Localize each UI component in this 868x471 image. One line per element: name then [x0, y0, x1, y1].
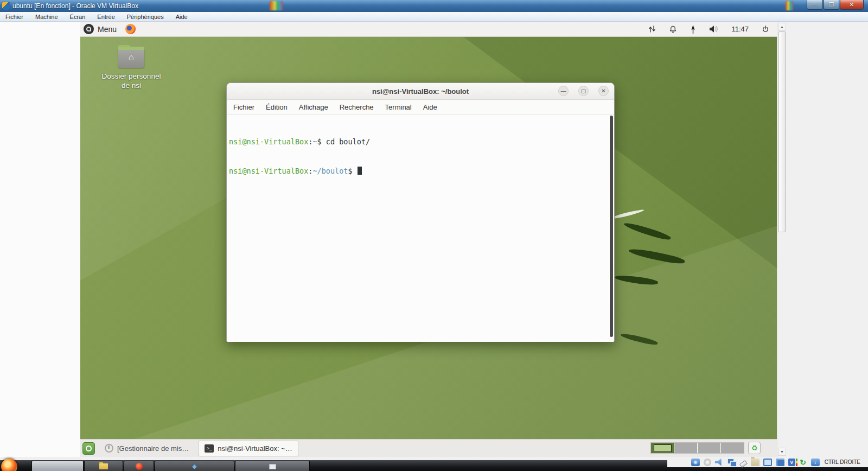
- terminal-menu-fichier[interactable]: Fichier: [233, 103, 254, 111]
- screen: ubuntu [En fonction] - Oracle VM Virtual…: [0, 0, 868, 471]
- host-taskbar-button-firefox[interactable]: [124, 461, 154, 471]
- host-maximize-button[interactable]: ❐: [824, 0, 839, 10]
- status-usb-icon[interactable]: [739, 460, 748, 467]
- mint-menu-button[interactable]: Menu: [80, 22, 122, 37]
- scroll-down-icon[interactable]: ▼: [778, 448, 786, 456]
- status-host-key-icon[interactable]: ↓: [811, 459, 820, 466]
- workspace-2[interactable]: [674, 443, 697, 453]
- guest-taskbar: [Gestionnaire de mis… >_ nsi@nsi-Virtual…: [80, 439, 777, 457]
- host-menu-fichier[interactable]: Fichier: [5, 14, 23, 20]
- menu-label: Menu: [98, 25, 117, 34]
- workspace-switcher: [650, 442, 744, 454]
- window-icon: [269, 464, 276, 469]
- host-menu-aide[interactable]: Aide: [176, 14, 188, 20]
- status-display-icon[interactable]: [763, 459, 772, 466]
- firefox-icon[interactable]: [125, 24, 136, 34]
- status-shared-folders-icon[interactable]: [751, 459, 760, 466]
- host-menu-entree[interactable]: Entrée: [97, 14, 114, 20]
- command-text: cd boulot/: [322, 137, 370, 146]
- sync-arrows-icon[interactable]: [648, 25, 656, 33]
- workspace-1[interactable]: [651, 443, 674, 453]
- terminal-title: nsi@nsi-VirtualBox: ~/boulot: [372, 87, 469, 96]
- host-titlebar[interactable]: ubuntu [En fonction] - Oracle VM Virtual…: [0, 0, 868, 12]
- terminal-window-controls: — ▢ ✕: [558, 86, 609, 96]
- prompt-path: ~/boulot: [312, 167, 348, 175]
- status-recording-icon[interactable]: [776, 459, 784, 466]
- host-firefox-orb-icon[interactable]: [1, 459, 17, 471]
- prompt-dollar: $: [317, 137, 322, 146]
- notifications-bell-icon[interactable]: [669, 25, 677, 34]
- host-taskbar-button[interactable]: [31, 461, 84, 471]
- status-audio-icon[interactable]: [715, 459, 724, 466]
- minimize-icon: —: [812, 2, 818, 8]
- host-menu-machine[interactable]: Machine: [35, 14, 58, 20]
- terminal-menubar: Fichier Édition Affichage Recherche Term…: [227, 100, 614, 114]
- terminal-menu-aide[interactable]: Aide: [423, 103, 437, 111]
- desktop-icon-home[interactable]: ⌂ Dossier personnel de nsi: [85, 48, 178, 91]
- terminal-close-button[interactable]: ✕: [598, 86, 609, 96]
- status-network-icon[interactable]: [727, 459, 736, 466]
- workspace-3[interactable]: [698, 443, 720, 453]
- minimize-icon: —: [561, 88, 566, 94]
- virtualbox-logo-icon: [2, 2, 10, 10]
- host-menu-ecran[interactable]: Écran: [70, 14, 86, 20]
- recycle-icon: ♻: [751, 444, 758, 452]
- terminal-content[interactable]: nsi@nsi-VirtualBox:~$ cd boulot/ nsi@nsi…: [227, 114, 614, 342]
- close-icon: ✕: [601, 88, 605, 94]
- features-v-glyph: V: [790, 460, 793, 465]
- terminal-menu-terminal[interactable]: Terminal: [385, 103, 412, 111]
- status-optical-disc-icon[interactable]: [704, 459, 711, 466]
- update-manager-icon: [105, 444, 113, 453]
- diamond-icon: ◆: [192, 463, 196, 470]
- host-taskbar-button-app[interactable]: ◆: [155, 461, 234, 471]
- terminal-window: nsi@nsi-VirtualBox: ~/boulot — ▢ ✕ Fichi…: [226, 82, 615, 342]
- wallpaper-grass-blade: [623, 220, 671, 241]
- features-stripe: [796, 459, 797, 466]
- wallpaper-grass-blade: [628, 246, 686, 266]
- taskbar-item-terminal[interactable]: >_ nsi@nsi-VirtualBox: ~…: [199, 441, 298, 456]
- volume-icon[interactable]: [709, 25, 718, 33]
- desktop-icon-label-line2: de nsi: [85, 81, 178, 91]
- terminal-maximize-button[interactable]: ▢: [578, 86, 589, 96]
- taskbar-item-update-manager[interactable]: [Gestionnaire de mis…: [99, 441, 194, 456]
- terminal-line-2: nsi@nsi-VirtualBox:~/boulot$: [229, 166, 614, 176]
- scroll-up-icon[interactable]: ▲: [778, 23, 786, 31]
- vm-client-area: Menu 11:47: [0, 22, 868, 457]
- terminal-menu-affichage[interactable]: Affichage: [299, 103, 328, 111]
- firefox-icon: [136, 463, 143, 470]
- terminal-icon: >_: [205, 444, 214, 453]
- workspace-4[interactable]: [721, 443, 744, 453]
- folder-icon: [99, 463, 108, 469]
- status-mouse-integration-icon[interactable]: ↻: [799, 459, 807, 466]
- host-taskbar-button-window[interactable]: [235, 461, 310, 471]
- host-menu-peripheriques[interactable]: Périphériques: [127, 14, 164, 20]
- prompt-dollar: $: [348, 167, 356, 175]
- scrollbar-thumb[interactable]: [778, 31, 786, 232]
- power-icon[interactable]: [762, 25, 769, 33]
- terminal-minimize-button[interactable]: —: [558, 86, 569, 96]
- terminal-menu-recherche[interactable]: Recherche: [340, 103, 374, 111]
- taskbar-item-label: [Gestionnaire de mis…: [117, 444, 189, 453]
- status-features-icon[interactable]: V: [788, 459, 795, 466]
- aero-reflection: [786, 1, 793, 10]
- taskbar-recycle-button[interactable]: ♻: [748, 442, 761, 454]
- terminal-menu-edition[interactable]: Édition: [266, 103, 288, 111]
- host-taskbar-button-explorer[interactable]: [84, 461, 123, 471]
- maximize-icon: ❐: [829, 2, 834, 8]
- panel-status-area: 11:47: [648, 25, 777, 34]
- mint-logo-icon: [84, 24, 94, 34]
- panel-clock[interactable]: 11:47: [731, 25, 749, 33]
- status-hdd-icon[interactable]: [691, 459, 700, 466]
- terminal-scrollbar[interactable]: [610, 116, 613, 337]
- prompt-user: nsi@nsi-VirtualBox: [229, 167, 308, 175]
- vm-vertical-scrollbar[interactable]: ▲ ▼: [777, 22, 786, 457]
- guest-display[interactable]: Menu 11:47: [80, 22, 777, 457]
- bluetooth-dart-icon[interactable]: [690, 25, 696, 34]
- mint-taskbar-button[interactable]: [82, 442, 95, 455]
- client-left-margin: [0, 22, 80, 457]
- prompt-user: nsi@nsi-VirtualBox: [229, 137, 308, 146]
- home-folder-icon: ⌂: [118, 48, 144, 68]
- host-minimize-button[interactable]: —: [807, 0, 823, 10]
- host-close-button[interactable]: ✕: [840, 0, 864, 10]
- terminal-titlebar[interactable]: nsi@nsi-VirtualBox: ~/boulot — ▢ ✕: [227, 83, 614, 100]
